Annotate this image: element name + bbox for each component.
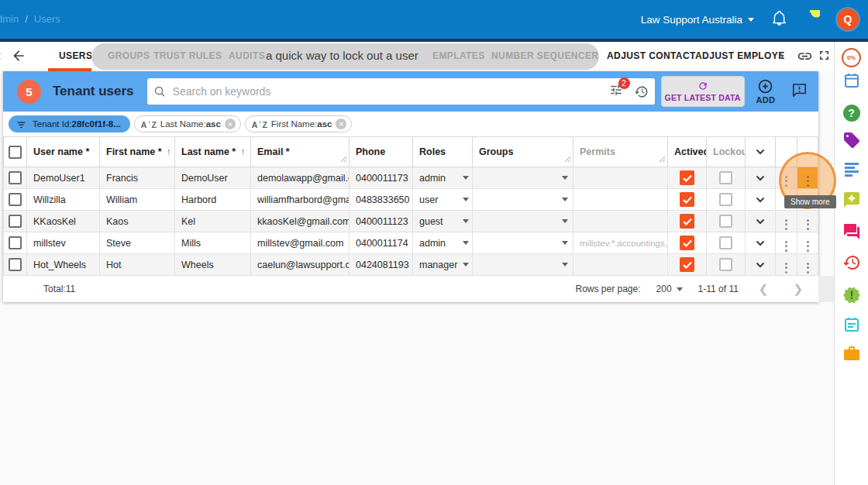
breadcrumb-users[interactable]: Users [34,13,60,25]
filter-count-badge: 2 [618,77,630,89]
tab-scroll-left-icon[interactable]: ‹ [0,46,2,66]
header-last-name[interactable]: Last name *↑ [175,137,251,167]
sort-chip-first-name[interactable]: A↑Z First Name:asc ✕ [245,115,353,132]
search-input[interactable] [173,85,609,98]
actived-checkbox[interactable] [680,170,694,185]
tab-users[interactable]: USERS [59,50,92,61]
search-history-icon[interactable] [634,84,649,99]
page-next-icon[interactable]: ❯ [788,282,808,296]
page-title: Tenant users [53,84,134,99]
row-checkbox[interactable] [9,215,22,228]
actived-checkbox[interactable] [680,257,694,272]
close-icon[interactable]: ✕ [225,119,236,129]
get-latest-data-button[interactable]: GET LATEST DATA [661,76,745,107]
kebab-menu-icon[interactable] [807,241,809,252]
header-lockout[interactable]: Lockout [707,137,746,167]
avatar[interactable]: Q [837,9,859,30]
column-resize-handle[interactable] [564,154,571,165]
conversations-icon[interactable] [842,222,862,242]
back-arrow-icon[interactable] [11,48,26,67]
column-resize-handle[interactable] [340,154,347,165]
feedback-icon[interactable] [790,81,808,102]
actived-checkbox[interactable] [680,214,694,229]
kebab-menu-icon[interactable] [807,263,809,273]
actived-checkbox[interactable] [680,236,694,250]
schedule-notes-icon[interactable] [842,315,862,335]
rows-per-page-select[interactable]: 200 [656,284,683,294]
groups-select[interactable] [479,198,570,201]
tab-scroll-right-icon[interactable]: › [780,49,784,63]
expand-row-icon[interactable] [756,238,765,249]
lockout-checkbox[interactable] [719,236,732,249]
role-select[interactable]: guest [419,216,469,227]
refresh-icon [698,81,708,91]
groups-select[interactable] [479,219,570,223]
alerts-badge-icon[interactable] [842,285,862,305]
add-button[interactable]: ADD [756,78,776,105]
row-checkbox[interactable] [9,193,22,206]
header-permits[interactable]: Permits [574,137,668,167]
row-checkbox[interactable] [9,236,22,249]
fullscreen-icon[interactable] [817,48,832,66]
scrollbar-track[interactable] [818,276,834,302]
lockout-checkbox[interactable] [719,171,732,184]
chevron-down-icon [463,263,469,267]
select-all-checkbox[interactable] [9,146,22,159]
groups-select[interactable] [479,176,570,180]
expand-row-icon[interactable] [756,173,765,184]
kebab-menu-icon[interactable] [785,176,787,187]
tab-adjust-contact[interactable]: ADJUST CONTACT [607,50,696,61]
progress-indicator-icon[interactable]: 0% [842,47,862,67]
filter-tune-icon[interactable]: 2 [609,83,623,100]
dark-mode-moon-icon[interactable] [804,10,820,29]
header-first-name[interactable]: First name *↑ [100,137,175,167]
page-previous-icon[interactable]: ❮ [754,282,773,296]
groups-select[interactable] [479,263,570,267]
tab-adjust-employe[interactable]: ADJUST EMPLOYE [695,50,785,61]
header-email[interactable]: Email * [251,137,350,167]
actived-checkbox[interactable] [680,192,694,207]
header-phone[interactable]: Phone [350,137,413,167]
close-icon[interactable]: ✕ [336,119,346,129]
kebab-menu-icon[interactable] [785,219,787,230]
header-roles[interactable]: Roles [413,137,473,167]
tenant-filter-chip[interactable]: Tenant Id:28fc0f1f-8... [9,115,130,132]
expand-row-icon[interactable] [756,194,765,205]
history-icon[interactable] [842,253,862,273]
role-select[interactable]: admin [419,173,469,184]
column-resize-handle[interactable] [659,154,666,165]
row-checkbox[interactable] [9,171,22,184]
notifications-bell-icon[interactable] [771,10,787,29]
tag-icon[interactable] [842,130,862,150]
expand-row-icon[interactable] [756,216,765,227]
sort-chip-last-name[interactable]: A↑Z Last Name:asc ✕ [134,115,241,132]
lockout-checkbox[interactable] [719,215,732,228]
link-icon[interactable] [797,48,813,67]
breadcrumb-admin[interactable]: dmin [0,13,19,25]
org-selector[interactable]: Law Support Australia [641,14,754,26]
lockout-checkbox[interactable] [719,193,732,206]
header-user-name[interactable]: User name * [27,137,100,167]
header-expand-column[interactable] [746,137,776,167]
lockout-checkbox[interactable] [719,258,732,271]
filter-list-icon [16,119,27,130]
row-checkbox[interactable] [9,258,22,271]
role-select[interactable]: manager [419,260,469,270]
kebab-menu-icon[interactable] [785,263,787,273]
header-groups[interactable]: Groups [473,137,574,167]
show-more-cell[interactable] [797,167,818,189]
kebab-menu-icon[interactable] [785,241,787,252]
role-select[interactable]: user [419,194,469,205]
role-select[interactable]: admin [419,238,469,249]
chevron-down-icon [463,176,469,180]
header-actived[interactable]: Actived [668,137,707,167]
briefcase-icon[interactable] [842,343,862,363]
kebab-menu-icon[interactable] [807,219,809,230]
help-icon[interactable]: ? [842,103,862,123]
new-feature-chat-icon[interactable] [842,190,862,210]
lists-icon[interactable] [842,159,862,179]
groups-select[interactable] [479,241,570,245]
expand-row-icon[interactable] [756,260,765,270]
kebab-menu-icon[interactable] [807,176,809,187]
calendar-icon[interactable] [842,71,862,91]
